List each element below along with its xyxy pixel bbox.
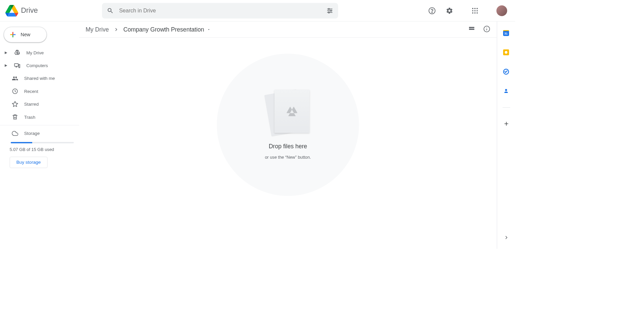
svg-point-28 [505,89,507,91]
sidebar-item-label: Recent [24,89,38,94]
search-icon[interactable] [107,7,114,14]
calendar-app-button[interactable]: 31 [503,30,509,37]
sidebar: New ▶ My Drive ▶ Computers Shared with m… [0,21,79,249]
main-content: My Drive Company Growth Presentation [79,21,497,249]
sidebar-item-label: Starred [24,102,39,107]
keep-icon [503,49,509,55]
svg-point-14 [472,10,474,11]
search-bar[interactable] [102,3,338,18]
sidebar-item-computers[interactable]: ▶ Computers [0,59,75,72]
sidebar-item-label: Computers [26,63,48,68]
svg-point-16 [477,10,478,11]
drive-icon [14,49,20,56]
sidebar-item-starred[interactable]: Starred [0,98,75,110]
svg-point-17 [472,12,474,13]
svg-rect-7 [329,12,332,13]
drive-logo-icon [5,4,18,17]
buy-storage-button[interactable]: Buy storage [10,157,48,168]
empty-subtitle: or use the “New” button. [265,155,311,160]
sidebar-item-label: Shared with me [24,76,55,81]
svg-rect-26 [469,29,470,30]
contacts-app-button[interactable] [503,88,509,94]
empty-state: Drop files here or use the “New” button. [217,54,359,196]
computers-icon [14,62,20,69]
sidebar-item-trash[interactable]: Trash [0,111,75,123]
storage-bar [11,142,74,143]
empty-graphic [265,90,311,138]
expand-icon[interactable]: ▶ [5,64,8,67]
svg-point-19 [477,12,478,13]
breadcrumb: My Drive Company Growth Presentation [79,21,497,38]
calendar-icon: 31 [503,30,509,36]
keep-app-button[interactable] [503,49,509,56]
new-button[interactable]: New [4,27,47,42]
logo-area[interactable]: Drive [5,4,102,17]
header-actions [428,5,510,16]
app-name: Drive [21,6,38,15]
search-options-icon[interactable] [326,7,333,14]
dropdown-icon[interactable] [207,28,210,31]
svg-point-13 [477,8,478,9]
storage-bar-fill [11,142,32,143]
search-input[interactable] [119,7,321,13]
new-button-label: New [21,32,31,38]
contacts-icon [503,88,509,94]
sidebar-item-label: My Drive [26,50,44,55]
storage-used-text: 5.07 GB of 15 GB used [0,146,79,157]
shared-icon [12,75,18,82]
cloud-icon [12,130,18,137]
get-addons-button[interactable] [503,120,509,127]
svg-rect-1 [329,9,332,9]
clock-icon [12,88,18,94]
tasks-app-button[interactable] [503,69,509,75]
side-panel: 31 [497,21,515,249]
svg-point-15 [474,10,476,11]
sidebar-item-shared[interactable]: Shared with me [0,72,75,85]
empty-folder-area[interactable]: Drop files here or use the “New” button. [79,38,497,249]
sidebar-item-recent[interactable]: Recent [0,85,75,98]
svg-point-10 [432,12,432,12]
view-list-button[interactable] [468,25,475,34]
svg-point-11 [472,8,474,9]
divider [0,125,79,125]
expand-icon[interactable]: ▶ [5,51,8,54]
chevron-right-icon [503,234,509,241]
plus-icon [503,120,509,127]
details-button[interactable] [483,25,490,34]
svg-rect-20 [14,64,18,66]
plus-icon [9,31,17,39]
divider [502,107,510,108]
svg-point-18 [474,12,476,13]
star-icon [12,101,18,107]
breadcrumb-current[interactable]: Company Growth Presentation [123,26,211,33]
account-avatar[interactable] [496,5,507,16]
trash-icon [12,114,18,120]
apps-button[interactable] [471,7,479,15]
breadcrumb-current-label: Company Growth Presentation [123,26,204,33]
support-button[interactable] [428,7,436,15]
sidebar-item-label: Storage [24,131,40,136]
sidebar-item-label: Trash [24,114,35,119]
settings-button[interactable] [445,7,453,15]
app-header: Drive [0,0,515,21]
sidebar-item-my-drive[interactable]: ▶ My Drive [0,46,75,59]
tasks-icon [503,69,509,75]
empty-title: Drop files here [269,143,307,150]
svg-point-12 [474,8,476,9]
chevron-right-icon [113,27,119,33]
svg-rect-25 [469,27,470,28]
breadcrumb-root[interactable]: My Drive [86,26,109,33]
toolbar-right [468,25,490,34]
svg-rect-3 [327,10,330,11]
sidebar-item-storage[interactable]: Storage [0,127,75,140]
collapse-panel-button[interactable] [503,234,509,241]
